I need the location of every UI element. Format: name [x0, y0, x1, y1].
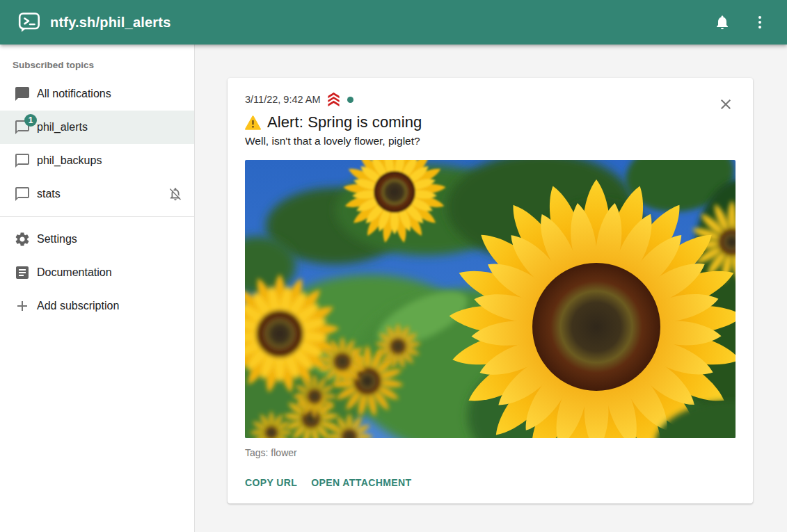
sidebar-item-all-notifications[interactable]: All notifications [0, 77, 194, 111]
card-actions: COPY URL OPEN ATTACHMENT [245, 473, 736, 492]
sidebar-item-label: All notifications [37, 88, 111, 100]
ntfy-logo-icon [18, 11, 40, 33]
notification-timestamp: 3/11/22, 9:42 AM [245, 94, 321, 105]
sidebar-item-label: phil_backups [37, 154, 102, 167]
chat-bubble-filled-icon [14, 86, 31, 102]
subscribed-topics-label: Subscribed topics [0, 45, 194, 77]
sidebar-item-label: Add subscription [37, 300, 119, 312]
sidebar-item-stats[interactable]: stats [0, 177, 194, 211]
bell-off-icon [168, 186, 183, 202]
notification-card: 3/11/22, 9:42 AM [228, 78, 753, 503]
max-priority-icon [326, 92, 341, 107]
sidebar-item-phil-alerts[interactable]: 1 phil_alerts [0, 111, 194, 144]
appbar-actions [713, 13, 769, 31]
tags-text: Tags: flower [245, 447, 736, 458]
notification-title-row: Alert: Spring is coming [245, 113, 736, 131]
sidebar-item-label: Documentation [37, 266, 112, 279]
unread-count-badge: 1 [24, 114, 37, 127]
sidebar-item-settings[interactable]: Settings [0, 223, 194, 256]
article-icon [14, 264, 31, 281]
warning-triangle-icon [245, 115, 261, 130]
gear-icon [14, 231, 31, 248]
overflow-menu-icon[interactable] [751, 13, 769, 31]
notification-message: Well, isn't that a lovely flower, piglet… [245, 135, 736, 147]
chat-bubble-outline-icon: 1 [14, 119, 31, 136]
sidebar: Subscribed topics All notifications 1 ph… [0, 45, 195, 532]
close-icon[interactable] [717, 96, 734, 113]
notification-title: Alert: Spring is coming [267, 113, 422, 131]
sidebar-item-label: stats [37, 188, 61, 200]
unread-dot [347, 97, 353, 103]
attachment-image[interactable] [245, 160, 736, 438]
sidebar-item-label: phil_alerts [37, 121, 88, 134]
copy-url-button[interactable]: COPY URL [245, 473, 303, 492]
chat-bubble-outline-icon [14, 186, 31, 202]
sidebar-item-phil-backups[interactable]: phil_backups [0, 144, 194, 177]
app-bar: ntfy.sh/phil_alerts [0, 0, 787, 45]
sidebar-item-label: Settings [37, 233, 77, 245]
main-content: 3/11/22, 9:42 AM [195, 45, 787, 532]
app-title: ntfy.sh/phil_alerts [50, 15, 713, 31]
notification-meta: 3/11/22, 9:42 AM [245, 92, 736, 107]
sidebar-item-add-subscription[interactable]: Add subscription [0, 289, 194, 323]
sidebar-divider [0, 216, 194, 217]
sidebar-item-documentation[interactable]: Documentation [0, 256, 194, 289]
open-attachment-button[interactable]: OPEN ATTACHMENT [311, 473, 417, 492]
chat-bubble-outline-icon [14, 152, 31, 169]
plus-icon [14, 298, 31, 314]
notifications-bell-icon[interactable] [713, 13, 731, 31]
